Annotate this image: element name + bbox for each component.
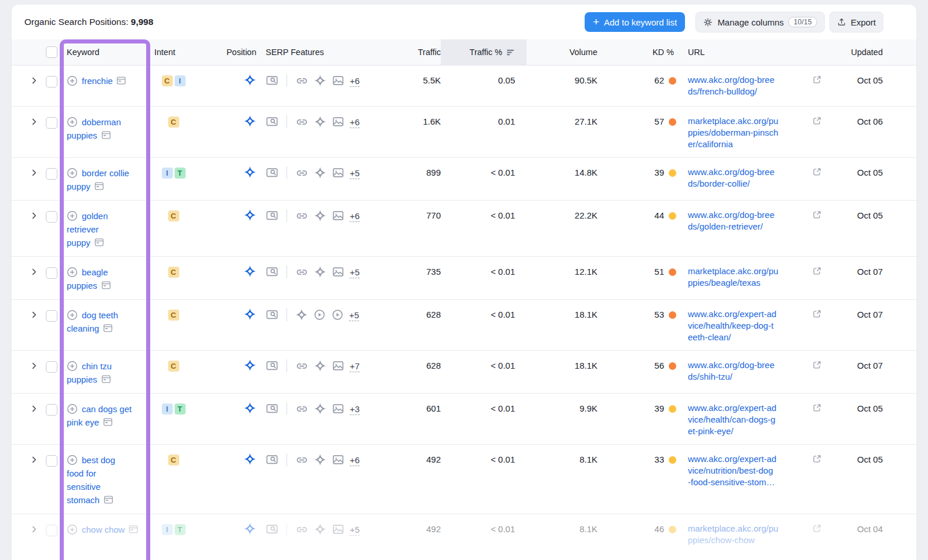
url-link[interactable]: www.akc.org/expert-ad vice/health/keep-d… <box>688 309 777 342</box>
add-keyword-icon[interactable] <box>67 267 78 278</box>
add-keyword-icon[interactable] <box>67 524 78 535</box>
add-keyword-icon[interactable] <box>67 168 78 179</box>
serp-preview-icon[interactable] <box>103 417 113 427</box>
url-cell: www.akc.org/expert-ad vice/health/keep-d… <box>679 300 847 350</box>
serp-preview-icon[interactable] <box>116 75 126 86</box>
more-features-link[interactable]: +3 <box>350 403 360 415</box>
url-link[interactable]: www.akc.org/expert-ad vice/health/can-do… <box>688 403 777 436</box>
more-features-link[interactable]: +6 <box>350 210 360 222</box>
row-checkbox[interactable] <box>46 211 57 223</box>
select-all-checkbox[interactable] <box>46 46 57 58</box>
row-checkbox[interactable] <box>46 310 57 322</box>
expand-row-button[interactable] <box>24 158 44 200</box>
add-keyword-icon[interactable] <box>67 75 78 86</box>
more-features-link[interactable]: +6 <box>350 117 360 128</box>
expand-row-button[interactable] <box>24 514 44 555</box>
image-pack-icon <box>332 402 345 415</box>
divider <box>287 209 287 222</box>
url-link[interactable]: www.akc.org/dog-bree ds/shih-tzu/ <box>688 360 774 381</box>
url-link[interactable]: www.akc.org/dog-bree ds/border-collie/ <box>688 167 774 188</box>
add-to-keyword-list-button[interactable]: + Add to keyword list <box>585 12 685 32</box>
column-header-updated[interactable]: Updated <box>847 39 883 65</box>
serp-preview-icon[interactable] <box>103 494 114 505</box>
column-header-volume[interactable]: Volume <box>527 39 597 65</box>
expand-row-button[interactable] <box>24 66 44 106</box>
column-header-serp-features[interactable]: SERP Features <box>258 39 360 65</box>
serp-preview-icon[interactable] <box>101 280 111 290</box>
serp-preview-icon[interactable] <box>94 181 104 191</box>
ai-overview-icon <box>314 523 327 536</box>
serp-snapshot-icon <box>266 74 278 87</box>
add-keyword-icon[interactable] <box>67 454 78 466</box>
serp-preview-icon[interactable] <box>101 374 111 384</box>
link-icon <box>295 523 309 536</box>
row-checkbox[interactable] <box>46 267 57 279</box>
expand-row-button[interactable] <box>24 351 44 393</box>
url-link[interactable]: www.akc.org/dog-bree ds/french-bulldog/ <box>688 75 774 96</box>
column-header-url[interactable]: URL <box>679 39 847 65</box>
column-header-position[interactable]: Position <box>201 39 258 65</box>
keyword-link[interactable]: frenchie <box>82 76 113 86</box>
column-header-kd[interactable]: KD % <box>597 39 679 65</box>
external-link-icon[interactable] <box>812 116 822 126</box>
url-link[interactable]: www.akc.org/dog-bree ds/golden-retriever… <box>688 210 774 231</box>
expand-row-button[interactable] <box>24 107 44 157</box>
add-keyword-icon[interactable] <box>67 310 78 321</box>
external-link-icon[interactable] <box>812 309 822 319</box>
image-pack-icon <box>332 74 345 87</box>
serp-features-cell: +7 <box>258 351 360 393</box>
more-features-link[interactable]: +5 <box>350 267 360 278</box>
url-link[interactable]: www.akc.org/expert-ad vice/nutrition/bes… <box>688 454 777 487</box>
external-link-icon[interactable] <box>812 75 822 85</box>
external-link-icon[interactable] <box>812 210 822 220</box>
more-features-link[interactable]: +5 <box>350 168 360 179</box>
serp-preview-icon[interactable] <box>94 237 104 248</box>
add-keyword-icon[interactable] <box>67 361 78 372</box>
row-checkbox[interactable] <box>46 168 57 180</box>
row-checkbox[interactable] <box>46 455 57 467</box>
column-header-traffic-pct[interactable]: Traffic % <box>441 39 527 65</box>
expand-row-button[interactable] <box>24 445 44 514</box>
row-checkbox-cell <box>44 514 59 555</box>
manage-columns-button[interactable]: Manage columns 10/15 <box>695 12 825 32</box>
row-checkbox[interactable] <box>46 404 57 416</box>
sort-descending-icon <box>506 49 515 56</box>
external-link-icon[interactable] <box>812 360 822 370</box>
more-features-link[interactable]: +6 <box>350 75 360 87</box>
serp-preview-icon[interactable] <box>103 323 113 333</box>
more-features-link[interactable]: +6 <box>350 454 360 466</box>
serp-preview-icon[interactable] <box>101 130 111 140</box>
row-checkbox[interactable] <box>46 361 57 373</box>
external-link-icon[interactable] <box>812 403 822 413</box>
column-header-intent[interactable]: Intent <box>146 39 201 65</box>
url-link[interactable]: marketplace.akc.org/pu ppies/chow-chow <box>688 523 778 545</box>
row-checkbox-cell <box>44 300 59 350</box>
ai-overview-icon <box>314 74 327 87</box>
column-header-traffic[interactable]: Traffic <box>360 39 441 65</box>
expand-row-button[interactable] <box>24 201 44 256</box>
expand-row-button[interactable] <box>24 257 44 299</box>
row-checkbox[interactable] <box>46 76 57 88</box>
row-checkbox[interactable] <box>46 525 57 536</box>
export-button[interactable]: Export <box>829 12 883 32</box>
add-keyword-icon[interactable] <box>67 403 78 414</box>
expand-row-button[interactable] <box>24 394 44 444</box>
external-link-icon[interactable] <box>812 167 822 177</box>
keyword-link[interactable]: chow chow <box>82 525 125 534</box>
row-checkbox[interactable] <box>46 117 57 129</box>
more-features-link[interactable]: +7 <box>350 361 360 372</box>
column-header-keyword[interactable]: Keyword <box>59 39 146 65</box>
url-cell: www.akc.org/dog-bree ds/shih-tzu/ <box>679 351 847 393</box>
add-keyword-icon[interactable] <box>67 210 78 221</box>
more-features-link[interactable]: +5 <box>349 310 359 321</box>
serp-preview-icon[interactable] <box>128 524 139 534</box>
add-keyword-icon[interactable] <box>67 117 78 128</box>
url-link[interactable]: marketplace.akc.org/pu ppies/doberman-pi… <box>688 116 778 149</box>
external-link-icon[interactable] <box>812 454 822 464</box>
expand-row-button[interactable] <box>24 300 44 350</box>
external-link-icon[interactable] <box>812 266 822 276</box>
external-link-icon[interactable] <box>812 523 822 533</box>
url-link[interactable]: marketplace.akc.org/pu ppies/beagle/texa… <box>688 266 778 288</box>
divider <box>287 166 287 179</box>
more-features-link[interactable]: +5 <box>350 524 360 536</box>
